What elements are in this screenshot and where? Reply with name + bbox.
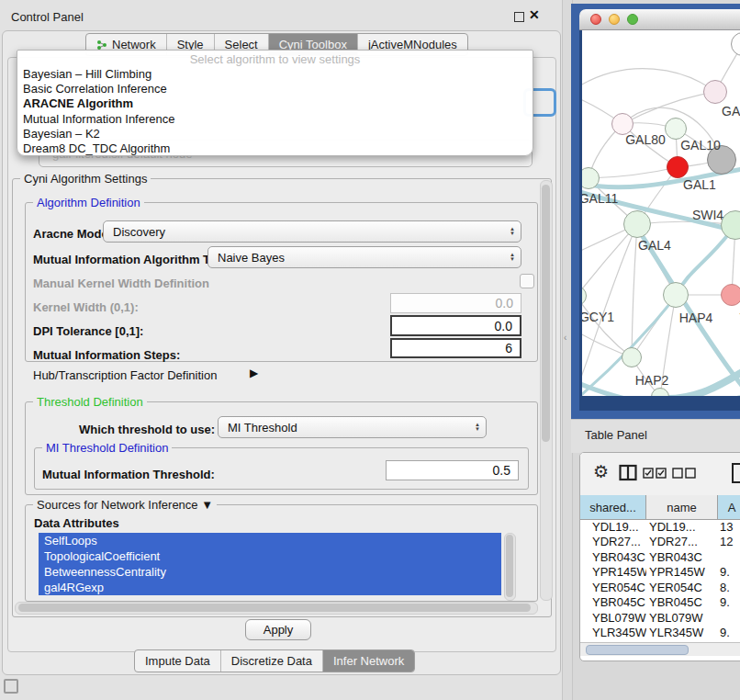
- tab-impute-data[interactable]: Impute Data: [135, 650, 221, 672]
- column-header-partial[interactable]: A: [718, 495, 740, 519]
- column-header-shared[interactable]: shared...: [580, 495, 646, 519]
- which-threshold-label: Which threshold to use:: [79, 423, 215, 436]
- node-label: GAL: [722, 104, 740, 119]
- network-node[interactable]: [622, 347, 642, 367]
- table-row[interactable]: YBL079WYBL079W: [580, 610, 740, 626]
- file-icon[interactable]: [731, 462, 740, 484]
- dropdown-item[interactable]: Basic Correlation Inference: [17, 82, 533, 96]
- minimize-window-icon[interactable]: [609, 14, 620, 25]
- scrollbar-thumb[interactable]: [18, 604, 531, 612]
- table-row[interactable]: YBR043CYBR043C: [580, 549, 740, 565]
- kernel-width-label: Kernel Width (0,1):: [33, 300, 139, 314]
- close-icon[interactable]: ✕: [529, 7, 540, 22]
- hub-definition-toggle[interactable]: Hub/Transcription Factor Definition: [33, 368, 217, 382]
- manual-kernel-checkbox[interactable]: [520, 274, 534, 288]
- node-label: GAL10: [680, 138, 721, 152]
- list-item[interactable]: gal4RGexp: [39, 580, 501, 595]
- node-label: GCY1: [582, 310, 614, 324]
- tab-infer-network[interactable]: Infer Network: [323, 650, 414, 672]
- table-row[interactable]: YDL19...YDL19...13: [580, 519, 740, 535]
- column-layout-icon[interactable]: [619, 464, 637, 482]
- dropdown-placeholder: Select algorithm to view settings: [17, 51, 533, 67]
- dropdown-item[interactable]: Bayesian – Hill Climbing: [17, 67, 533, 82]
- scrollbar-thumb[interactable]: [542, 185, 550, 442]
- settings-horizontal-scrollbar[interactable]: [15, 602, 538, 615]
- table-row[interactable]: YPR145WYPR145W9.: [580, 565, 740, 581]
- sources-toggle[interactable]: Sources for Network Inference ▼: [33, 498, 217, 512]
- close-window-icon[interactable]: [590, 14, 601, 25]
- table-row[interactable]: YBR045CYBR045C9.: [580, 595, 740, 611]
- list-item[interactable]: SelfLoops: [39, 533, 501, 548]
- data-attributes-list: SelfLoops TopologicalCoefficient Between…: [39, 533, 501, 599]
- node-label: GAL11: [582, 191, 618, 206]
- expand-arrow-icon[interactable]: ▶: [250, 367, 258, 379]
- table-panel: ⚙ shared... name A: [579, 452, 740, 661]
- algorithm-dropdown: Select algorithm to view settings Bayesi…: [17, 50, 533, 156]
- dock-panel-icon[interactable]: [4, 679, 18, 694]
- node-label: GAL80: [625, 132, 666, 147]
- network-node[interactable]: [663, 282, 689, 308]
- network-window: GAL GAL80 GAL10 GAL1 GAL11 SWI4 GAL4 GCY…: [579, 9, 740, 411]
- group-title: Algorithm Definition: [33, 196, 144, 209]
- mi-steps-label: Mutual Information Steps:: [33, 348, 180, 362]
- table-panel-title: Table Panel: [585, 428, 647, 442]
- mi-type-combo[interactable]: Naive Bayes ▲▼: [207, 246, 521, 268]
- list-scrollbar[interactable]: [504, 533, 516, 601]
- settings-gear-icon[interactable]: ⚙: [593, 461, 609, 482]
- list-item[interactable]: BetweennessCentrality: [39, 564, 501, 580]
- dropdown-item[interactable]: Dream8 DC_TDC Algorithm: [17, 141, 533, 156]
- data-attributes-label: Data Attributes: [34, 516, 119, 530]
- aracne-mode-combo[interactable]: Discovery ▲▼: [103, 220, 521, 243]
- node-label: HAP2: [635, 373, 669, 388]
- network-canvas[interactable]: GAL GAL80 GAL10 GAL1 GAL11 SWI4 GAL4 GCY…: [582, 30, 740, 396]
- settings-vertical-scrollbar[interactable]: [540, 180, 553, 601]
- group-title: Cyni Algorithm Settings: [20, 172, 151, 186]
- kernel-width-field[interactable]: [390, 293, 521, 313]
- node-label: GAL1: [683, 177, 716, 192]
- clear-all-checkboxes-icon[interactable]: [672, 468, 696, 479]
- screen: Control Panel ✕ Network Style Select Cyn…: [0, 0, 740, 700]
- node-label: SWI4: [692, 208, 723, 222]
- bottom-tabbar: Impute Data Discretize Data Infer Networ…: [134, 649, 415, 672]
- apply-button[interactable]: Apply: [245, 619, 311, 640]
- mi-steps-field[interactable]: [390, 338, 521, 358]
- network-node[interactable]: [667, 156, 689, 178]
- list-item[interactable]: TopologicalCoefficient: [39, 548, 501, 564]
- which-threshold-combo[interactable]: MI Threshold ▲▼: [218, 416, 487, 438]
- table-row[interactable]: YLR345WYLR345W9.: [580, 626, 740, 641]
- combo-spinner-icon: ▲▼: [510, 253, 515, 262]
- table-panel-header: Table Panel: [571, 419, 740, 453]
- table-body: YDL19...YDL19...13 YDR27...YDR27...12 YB…: [580, 519, 740, 642]
- aracne-mode-label: Aracne Mode:: [33, 227, 112, 241]
- dropdown-item[interactable]: Mutual Information Inference: [17, 112, 533, 127]
- float-window-icon[interactable]: [514, 12, 524, 22]
- manual-kernel-label: Manual Kernel Width Definition: [33, 277, 209, 290]
- mi-threshold-label: Mutual Information Threshold:: [42, 468, 215, 481]
- dpi-tolerance-label: DPI Tolerance [0,1]:: [33, 324, 143, 338]
- dropdown-item-selected[interactable]: ARACNE Algorithm: [17, 96, 533, 111]
- dpi-tolerance-field[interactable]: [390, 315, 521, 336]
- mi-threshold-field[interactable]: [386, 460, 519, 480]
- network-node[interactable]: [721, 284, 740, 306]
- network-node[interactable]: [623, 210, 651, 238]
- mi-type-label: Mutual Information Algorithm Type:: [33, 253, 234, 266]
- table-horizontal-scrollbar[interactable]: [580, 642, 740, 656]
- node-label: GAL4: [638, 238, 671, 253]
- select-all-checkboxes-icon[interactable]: [643, 468, 667, 479]
- table-row[interactable]: YER054CYER054C8.: [580, 580, 740, 595]
- network-window-titlebar[interactable]: [579, 9, 740, 30]
- zoom-window-icon[interactable]: [627, 14, 638, 25]
- tab-discretize-data[interactable]: Discretize Data: [221, 650, 323, 672]
- table-row[interactable]: YDR27...YDR27...12: [580, 535, 740, 550]
- scrollbar-thumb[interactable]: [586, 645, 689, 655]
- column-header-name[interactable]: name: [646, 495, 718, 519]
- network-desktop: GAL GAL80 GAL10 GAL1 GAL11 SWI4 GAL4 GCY…: [571, 4, 740, 419]
- group-title: MI Threshold Definition: [42, 441, 172, 455]
- table-header-row: shared... name A: [580, 495, 740, 520]
- combo-spinner-icon: ▲▼: [510, 227, 515, 236]
- network-node[interactable]: [665, 118, 687, 140]
- scrollbar-thumb[interactable]: [506, 535, 513, 597]
- splitter-collapse-icon[interactable]: ‹: [564, 333, 566, 343]
- dropdown-item[interactable]: Bayesian – K2: [17, 127, 533, 141]
- network-node[interactable]: [703, 80, 727, 104]
